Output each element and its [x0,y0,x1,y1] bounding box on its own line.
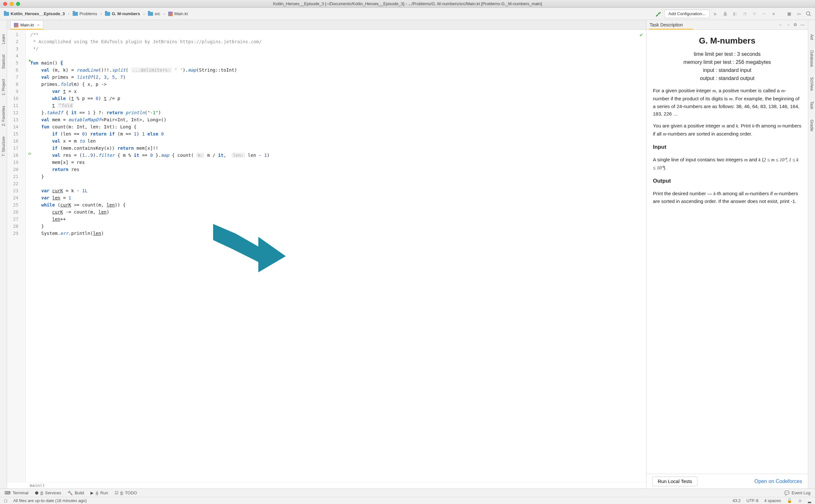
editor-tabbar: Main.kt × [7,20,646,30]
tool-favorites[interactable]: 2: Favorites [1,105,6,127]
breadcrumbs: Kotlin_Heroes__Episode_3 › Problems › G.… [3,11,189,17]
output-paragraph: Print the desired number — k-th among al… [653,190,801,205]
debug-icon[interactable] [721,10,729,18]
tool-sciview[interactable]: SciView [810,76,814,92]
avd-icon[interactable]: ▭ [795,10,803,18]
meta-output: output : standard output [653,75,801,83]
output-heading: Output [653,177,801,185]
stop-icon[interactable]: ■ [770,10,778,18]
statusbar: ◻ All files are up-to-date (18 minutes a… [0,497,815,504]
main-area: Learn Stardust 1: Project 2: Favorites 7… [0,20,815,489]
folder-icon [148,12,153,16]
task-panel-tools: ← → ⚙ — [779,22,805,27]
tool-terminal[interactable]: ⌨Terminal [5,490,28,495]
left-toolstripe: Learn Stardust 1: Project 2: Favorites 7… [0,20,7,489]
trace-icon[interactable]: ⤺ [760,10,768,18]
editor-body[interactable]: 1 2 3 4 5 6 7 8 9 10 11 12 13 14 15 16 1… [7,30,646,482]
crumb-file[interactable]: Main.kt [167,11,189,17]
close-tab-icon[interactable]: × [37,23,40,27]
problem-paragraph: For a given positive integer m, a positi… [653,87,801,117]
tool-stardust[interactable]: Stardust [1,53,6,70]
problem-title: G. M-numbers [653,34,801,47]
crumb-src[interactable]: src [147,11,161,17]
indent[interactable]: 4 spaces [764,498,781,503]
task-body[interactable]: G. M-numbers time limit per test : 3 sec… [647,30,808,474]
folder-icon [73,12,78,16]
file-tab-main[interactable]: Main.kt × [10,20,43,29]
kotlin-file-icon [168,12,173,16]
input-heading: Input [653,143,801,151]
tool-task[interactable]: Task [810,100,814,111]
caret-position[interactable]: 43:2 [733,498,741,503]
window-title: Kotlin_Heroes__Episode_3 [~/Documents/Ko… [0,1,815,6]
meta-time: time limit per test : 3 seconds [653,50,801,58]
input-paragraph: A single line of input contains two inte… [653,156,801,172]
gutter: 1 2 3 4 5 6 7 8 9 10 11 12 13 14 15 16 1… [7,30,26,482]
meta-memory: memory limit per test : 256 megabytes [653,58,801,66]
folder-icon [105,12,110,16]
code-area[interactable]: ✔ /** * Accomplished using the EduTools … [26,30,646,482]
crumb-task[interactable]: G. M-numbers [104,11,141,17]
task-panel-header: Task Description ← → ⚙ — [647,20,808,30]
readonly-icon[interactable]: 🔓 [787,498,792,503]
status-message: All files are up-to-date (18 minutes ago… [13,498,87,503]
tool-eventlog[interactable]: 💬Event Log [784,490,810,495]
chevron-right-icon: › [100,11,102,16]
tool-project[interactable]: 1: Project [1,78,6,97]
right-toolstripe: Ant Database SciView Task Gradle [808,20,815,489]
settings-icon[interactable]: ⚙ [793,22,797,27]
meta-input: input : standard input [653,66,801,75]
folder-icon [4,12,9,16]
inspection-ok-icon: ✔ [640,32,643,38]
bottom-toolbar: ⌨Terminal ⬣8: Services 🔨Build ▶4: Run ☑6… [0,489,815,497]
nav-toolbar: Kotlin_Heroes__Episode_3 › Problems › G.… [0,8,815,20]
tool-todo[interactable]: ☑6: TODO [115,490,137,495]
tool-build[interactable]: 🔨Build [67,490,84,495]
tool-services[interactable]: ⬣8: Services [35,490,61,495]
tool-gradle[interactable]: Gradle [810,118,814,133]
problem-paragraph: You are given a positive integer m and k… [653,122,801,138]
minimize-icon[interactable]: — [800,22,805,27]
tool-run[interactable]: ▶4: Run [90,490,108,495]
toolwindows-icon[interactable]: ◻ [4,498,7,503]
file-encoding[interactable]: UTF-8 [747,498,759,503]
tool-structure[interactable]: 7: Structure [1,135,6,158]
memory-icon[interactable]: ▂ [808,498,811,503]
tool-learn[interactable]: Learn [1,33,6,45]
editor-breadcrumb: main() [7,482,646,489]
chevron-right-icon: › [67,11,70,16]
chevron-right-icon: › [163,11,165,16]
nav-back-icon[interactable]: ← [779,22,783,27]
task-footer: Run Local Tests Open on Codeforces [647,474,808,489]
profile-icon[interactable]: ◔ [741,10,749,18]
nav-forward-icon[interactable]: → [786,22,790,27]
run-icon[interactable]: ▶ [712,10,719,18]
attach-icon[interactable]: ↻ [750,10,758,18]
crumb-problems[interactable]: Problems [71,11,98,17]
task-panel-title: Task Description [650,22,683,27]
ide-status-icon[interactable]: ☺ [798,498,802,503]
run-configurations[interactable]: Add Configuration... [664,10,710,18]
build-icon[interactable] [655,10,662,18]
coverage-icon[interactable]: ◧ [731,10,739,18]
open-on-codeforces-link[interactable]: Open on Codeforces [754,479,802,484]
editor-panel: Main.kt × 1 2 3 4 5 6 7 8 9 10 11 12 13 … [7,20,647,489]
chevron-right-icon: › [143,11,145,16]
run-local-tests-button[interactable]: Run Local Tests [652,477,698,486]
tool-ant[interactable]: Ant [810,33,814,41]
crumb-project[interactable]: Kotlin_Heroes__Episode_3 [3,11,66,17]
titlebar: Kotlin_Heroes__Episode_3 [~/Documents/Ko… [0,0,815,8]
file-tab-label: Main.kt [20,23,34,27]
task-panel: Task Description ← → ⚙ — G. M-numbers ti… [647,20,808,489]
project-structure-icon[interactable]: ▦ [785,10,793,18]
search-everywhere-icon[interactable] [805,10,812,18]
tool-database[interactable]: Database [810,49,814,68]
kotlin-file-icon [14,23,18,27]
